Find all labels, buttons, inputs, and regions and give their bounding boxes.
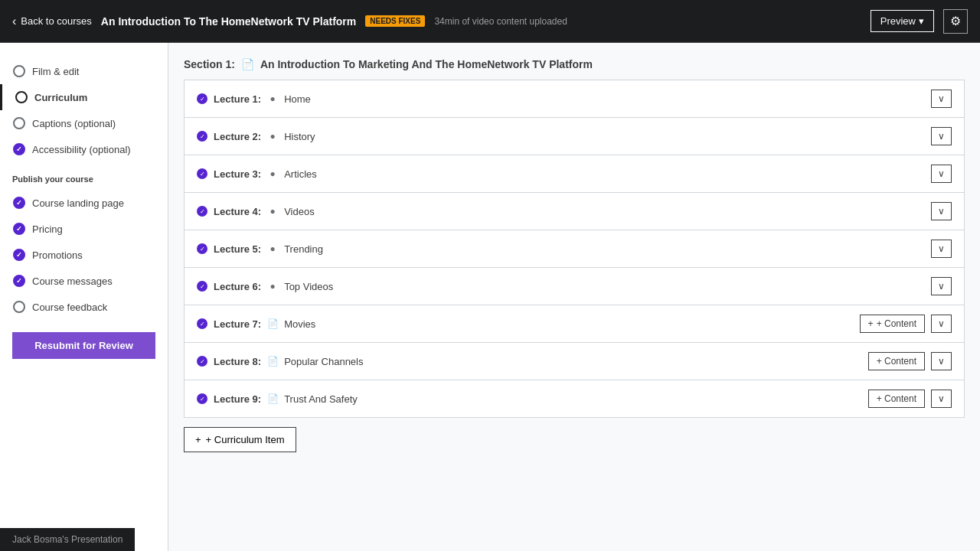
pricing-icon: [12, 222, 26, 236]
preview-label: Preview: [880, 15, 916, 27]
plus-icon: + Content: [877, 356, 916, 367]
content-area: Section 1: 📄 An Introduction To Marketin…: [168, 43, 980, 551]
sidebar-item-pricing[interactable]: Pricing: [0, 216, 168, 242]
video-icon: ●: [267, 93, 278, 104]
expand-lecture-button[interactable]: ∨: [931, 127, 952, 145]
expand-lecture-button[interactable]: ∨: [931, 352, 952, 370]
sidebar-item-promotions[interactable]: Promotions: [0, 242, 168, 268]
sidebar-item-label: Course feedback: [32, 302, 107, 313]
section-doc-icon: 📄: [241, 58, 254, 70]
add-curriculum-item-button[interactable]: + + Curriculum Item: [184, 427, 296, 452]
sidebar-item-captions[interactable]: Captions (optional): [0, 110, 168, 136]
lecture-name: Trending: [284, 243, 925, 255]
sidebar-item-label: Accessibility (optional): [32, 144, 131, 155]
preview-chevron-icon: ▾: [919, 15, 924, 27]
course-messages-icon: [12, 274, 26, 288]
lecture-label: Lecture 1:: [214, 93, 261, 105]
lecture-actions: ∨: [931, 165, 952, 183]
lecture-actions: + + Content ∨: [860, 315, 952, 333]
sidebar-item-label: Pricing: [32, 223, 63, 235]
lecture-actions: ∨: [931, 202, 952, 220]
settings-button[interactable]: ⚙: [943, 9, 968, 34]
expand-lecture-button[interactable]: ∨: [931, 277, 952, 295]
table-row: Lecture 1: ● Home ∨: [185, 80, 964, 118]
expand-lecture-button[interactable]: ∨: [931, 315, 952, 333]
table-row: Lecture 3: ● Articles ∨: [185, 155, 964, 193]
video-icon: ●: [267, 281, 278, 292]
sidebar-item-label: Course messages: [32, 276, 113, 287]
video-icon: ●: [267, 168, 278, 179]
table-row: Lecture 5: ● Trending ∨: [185, 230, 964, 268]
sidebar-item-label: Curriculum: [34, 92, 87, 103]
curriculum-icon: [15, 90, 28, 104]
video-icon: ●: [267, 206, 278, 217]
table-row: Lecture 9: 📄 Trust And Safety + Content …: [185, 380, 964, 417]
lecture-name: Top Videos: [284, 281, 925, 292]
lecture-actions: ∨: [931, 127, 952, 145]
add-content-button[interactable]: + Content: [868, 352, 925, 370]
curriculum-item-label: + Curriculum Item: [206, 434, 285, 445]
course-feedback-icon: [12, 300, 26, 314]
doc-icon: 📄: [267, 393, 278, 404]
promotions-icon: [12, 248, 26, 262]
expand-lecture-button[interactable]: ∨: [931, 165, 952, 183]
back-arrow-icon: ‹: [12, 15, 16, 28]
resubmit-button[interactable]: Resubmit for Review: [12, 332, 155, 359]
sidebar-item-course-landing[interactable]: Course landing page: [0, 190, 168, 216]
sidebar-item-course-feedback[interactable]: Course feedback: [0, 294, 168, 320]
lecture-status-icon: [197, 356, 207, 367]
lecture-status-icon: [197, 131, 207, 142]
video-icon: ●: [267, 131, 278, 142]
section-label: Section 1:: [184, 58, 235, 70]
add-content-button[interactable]: + Content: [868, 390, 925, 408]
upload-status: 34min of video content uploaded: [434, 16, 567, 27]
back-label: Back to courses: [21, 15, 92, 27]
lecture-status-icon: [197, 281, 207, 292]
sidebar-item-curriculum[interactable]: Curriculum: [0, 84, 168, 110]
doc-icon: 📄: [267, 318, 278, 329]
film-edit-icon: [12, 64, 26, 78]
lecture-actions: ∨: [931, 240, 952, 258]
lecture-name: Home: [284, 93, 925, 105]
expand-lecture-button[interactable]: ∨: [931, 240, 952, 258]
section-header: Section 1: 📄 An Introduction To Marketin…: [184, 58, 965, 70]
accessibility-icon: [12, 142, 26, 156]
presentation-label: Jack Bosma's Presentation: [12, 534, 122, 545]
content-btn-label: + Content: [877, 318, 916, 329]
back-to-courses[interactable]: ‹ Back to courses: [12, 15, 92, 28]
lecture-actions: + Content ∨: [868, 390, 952, 408]
preview-button[interactable]: Preview ▾: [871, 10, 934, 32]
table-row: Lecture 8: 📄 Popular Channels + Content …: [185, 343, 964, 380]
course-title: An Introduction To The HomeNetwork TV Pl…: [101, 15, 356, 28]
expand-lecture-button[interactable]: ∨: [931, 90, 952, 108]
expand-lecture-button[interactable]: ∨: [931, 202, 952, 220]
lecture-status-icon: [197, 168, 207, 179]
lecture-name: History: [284, 131, 925, 142]
table-row: Lecture 2: ● History ∨: [185, 118, 964, 155]
lecture-status-icon: [197, 318, 207, 329]
expand-lecture-button[interactable]: ∨: [931, 390, 952, 408]
sidebar-item-film-edit[interactable]: Film & edit: [0, 58, 168, 84]
sidebar-item-label: Film & edit: [32, 66, 79, 77]
lecture-label: Lecture 7:: [214, 318, 261, 330]
lecture-name: Trust And Safety: [284, 393, 861, 405]
table-row: Lecture 4: ● Videos ∨: [185, 193, 964, 230]
lecture-status-icon: [197, 206, 207, 217]
sidebar-item-accessibility[interactable]: Accessibility (optional): [0, 136, 168, 162]
captions-icon: [12, 116, 26, 130]
gear-icon: ⚙: [950, 14, 961, 28]
lecture-status-icon: [197, 93, 207, 104]
add-content-button[interactable]: + + Content: [860, 315, 925, 333]
needs-fixes-badge: NEEDS FIXES: [365, 15, 425, 27]
lecture-name: Articles: [284, 168, 925, 180]
lecture-label: Lecture 2:: [214, 131, 261, 142]
lecture-label: Lecture 8:: [214, 356, 261, 367]
sidebar: Film & edit Curriculum Captions (optiona…: [0, 43, 168, 551]
lecture-label: Lecture 4:: [214, 206, 261, 217]
lecture-status-icon: [197, 393, 207, 404]
doc-icon: 📄: [267, 356, 278, 367]
lecture-status-icon: [197, 243, 207, 254]
lecture-actions: ∨: [931, 277, 952, 295]
lecture-actions: ∨: [931, 90, 952, 108]
sidebar-item-course-messages[interactable]: Course messages: [0, 268, 168, 294]
